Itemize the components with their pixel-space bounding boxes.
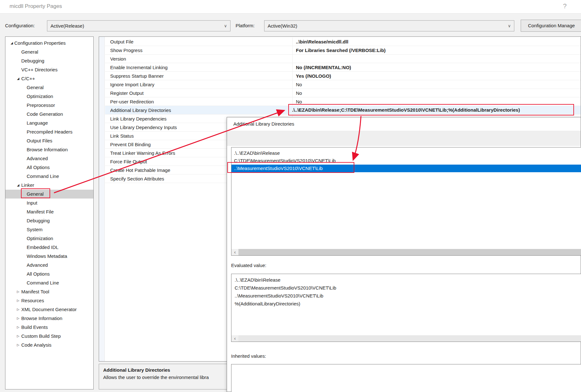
list-horizontal-scrollbar[interactable]: ‹ <box>231 249 581 255</box>
collapse-icon[interactable]: ◢ <box>16 74 20 83</box>
expand-icon[interactable]: ▷ <box>16 296 20 305</box>
tree-item-label: All Options <box>27 271 50 277</box>
tree-item-general[interactable]: General <box>5 48 93 56</box>
property-value[interactable]: Yes (/NOLOGO) <box>296 72 579 80</box>
tree-item-precompiled-headers[interactable]: Precompiled Headers <box>5 127 93 136</box>
tree-item-label: Command Line <box>27 280 59 285</box>
grid-gutter <box>99 37 105 361</box>
tree-item-custom-build-step[interactable]: ▷Custom Build Step <box>5 332 93 341</box>
property-value[interactable]: For Libraries Searched (/VERBOSE:Lib) <box>296 46 579 55</box>
property-value[interactable]: No <box>296 89 579 97</box>
tree-item-label: Configuration Properties <box>14 40 66 46</box>
tree-item-all-options[interactable]: All Options <box>5 163 93 172</box>
tree-item-output-files[interactable]: Output Files <box>5 136 93 145</box>
tree-item-embedded-idl[interactable]: Embedded IDL <box>5 243 93 252</box>
tree-item-system[interactable]: System <box>5 225 93 234</box>
tree-item-general[interactable]: General <box>5 190 93 199</box>
scroll-left-icon[interactable]: ‹ <box>231 249 238 255</box>
tree-item-label: Optimization <box>27 236 53 241</box>
property-row-suppress-startup-banner[interactable]: Suppress Startup BannerYes (/NOLOGO) <box>105 72 581 80</box>
expand-icon[interactable]: ▷ <box>16 305 20 314</box>
tree-item-label: Resources <box>21 298 44 303</box>
expand-icon[interactable]: ▷ <box>16 323 20 332</box>
tree-item-advanced[interactable]: Advanced <box>5 154 93 163</box>
tree-item-build-events[interactable]: ▷Build Events <box>5 323 93 332</box>
tree-item-windows-metadata[interactable]: Windows Metadata <box>5 252 93 261</box>
collapse-icon[interactable]: ◢ <box>10 39 14 48</box>
tree-item-manifest-tool[interactable]: ▷Manifest Tool <box>5 287 93 296</box>
directory-item[interactable]: C:\TDE\MeasurementStudioVS2010\VCNET\Lib <box>231 157 581 165</box>
platform-dropdown[interactable]: Active(Win32) ∨ <box>264 20 514 31</box>
property-row-output-file[interactable]: Output File..\bin\Release/micdll.dll <box>105 37 581 46</box>
inherited-values-label: Inherited values: <box>231 353 266 359</box>
tree-item-label: Debugging <box>27 218 50 223</box>
property-name: Ignore Import Library <box>110 80 291 89</box>
tree-item-manifest-file[interactable]: Manifest File <box>5 207 93 216</box>
tree-item-command-line[interactable]: Command Line <box>5 172 93 181</box>
tree-item-label: System <box>27 227 43 232</box>
tree-item-label: Input <box>27 200 37 206</box>
tree-item-optimization[interactable]: Optimization <box>5 234 93 243</box>
configuration-value: Active(Release) <box>50 23 84 29</box>
property-row-version[interactable]: Version <box>105 55 581 63</box>
property-value[interactable]: No <box>296 97 579 106</box>
tree-item-debugging[interactable]: Debugging <box>5 56 93 65</box>
platform-label: Platform: <box>236 23 255 28</box>
tree-item-command-line[interactable]: Command Line <box>5 278 93 287</box>
property-pages-dialog: micdll Property Pages ? Configuration: A… <box>0 0 581 392</box>
additional-library-directories-dialog: Additional Library Directories .\..\EZAD… <box>227 117 581 392</box>
evaluated-horizontal-scrollbar[interactable]: ‹ <box>231 335 581 342</box>
tree-item-configuration-properties[interactable]: ◢Configuration Properties <box>5 39 93 48</box>
tree-item-browse-information[interactable]: ▷Browse Information <box>5 314 93 323</box>
tree-item-code-generation[interactable]: Code Generation <box>5 110 93 119</box>
property-row-register-output[interactable]: Register OutputNo <box>105 89 581 97</box>
tree-item-label: XML Document Generator <box>21 307 77 312</box>
tree-item-vc-directories[interactable]: VC++ Directories <box>5 65 93 74</box>
chevron-down-icon: ∨ <box>508 21 511 31</box>
collapse-icon[interactable]: ◢ <box>16 181 20 190</box>
directory-item[interactable]: .\..\EZAD\bin\Release <box>231 149 581 157</box>
tree-item-c-c-[interactable]: ◢C/C++ <box>5 74 93 83</box>
tree-item-preprocessor[interactable]: Preprocessor <box>5 101 93 110</box>
property-name: Output File <box>110 37 291 46</box>
property-value[interactable]: No <box>296 80 579 89</box>
expand-icon[interactable]: ▷ <box>16 341 20 350</box>
directories-list[interactable]: .\..\EZAD\bin\ReleaseC:\TDE\MeasurementS… <box>231 147 581 256</box>
tree-item-advanced[interactable]: Advanced <box>5 261 93 270</box>
tree-item-linker[interactable]: ◢Linker <box>5 181 93 190</box>
help-icon[interactable]: ? <box>561 3 569 10</box>
property-row-ignore-import-library[interactable]: Ignore Import LibraryNo <box>105 80 581 89</box>
tree-item-label: C/C++ <box>21 76 35 81</box>
tree-item-all-options[interactable]: All Options <box>5 270 93 278</box>
tree-item-label: Command Line <box>27 173 59 179</box>
property-row-per-user-redirection[interactable]: Per-user RedirectionNo <box>105 97 581 106</box>
evaluated-value-line: ..\MeasurementStudioVS2010\VCNET\Lib <box>235 292 581 300</box>
tree-item-browse-information[interactable]: Browse Information <box>5 145 93 154</box>
tree-item-xml-document-generator[interactable]: ▷XML Document Generator <box>5 305 93 314</box>
tree-item-optimization[interactable]: Optimization <box>5 92 93 101</box>
tree-item-debugging[interactable]: Debugging <box>5 216 93 225</box>
tree-item-label: Language <box>27 120 48 126</box>
property-value[interactable]: ..\bin\Release/micdll.dll <box>296 37 579 46</box>
directory-item-selected[interactable]: ..\MeasurementStudioVS2010\VCNET\Lib <box>231 165 581 172</box>
property-row-enable-incremental-linking[interactable]: Enable Incremental LinkingNo (/INCREMENT… <box>105 63 581 72</box>
expand-icon[interactable]: ▷ <box>16 314 20 323</box>
tree-item-language[interactable]: Language <box>5 119 93 127</box>
property-row-show-progress[interactable]: Show ProgressFor Libraries Searched (/VE… <box>105 46 581 55</box>
configuration-dropdown[interactable]: Active(Release) ∨ <box>47 20 230 31</box>
expand-icon[interactable]: ▷ <box>16 332 20 341</box>
tree-item-general[interactable]: General <box>5 83 93 92</box>
tree-item-code-analysis[interactable]: ▷Code Analysis <box>5 341 93 350</box>
tree-item-label: General <box>27 85 43 90</box>
expand-icon[interactable]: ▷ <box>16 287 20 296</box>
configuration-manager-button[interactable]: Configuration Manage <box>521 20 581 32</box>
scroll-left-icon[interactable]: ‹ <box>231 335 238 342</box>
tree-item-input[interactable]: Input <box>5 199 93 207</box>
tree-item-label: Precompiled Headers <box>27 129 72 134</box>
additional-library-directories-value[interactable]: .\..\EZAD\bin\Release;C:\TDE\Measurement… <box>292 105 571 115</box>
tree-item-resources[interactable]: ▷Resources <box>5 296 93 305</box>
property-value[interactable]: No (/INCREMENTAL:NO) <box>296 63 579 72</box>
popup-title: Additional Library Directories <box>233 121 294 127</box>
chevron-down-icon: ∨ <box>224 21 227 31</box>
tree-item-label: All Options <box>27 165 50 170</box>
